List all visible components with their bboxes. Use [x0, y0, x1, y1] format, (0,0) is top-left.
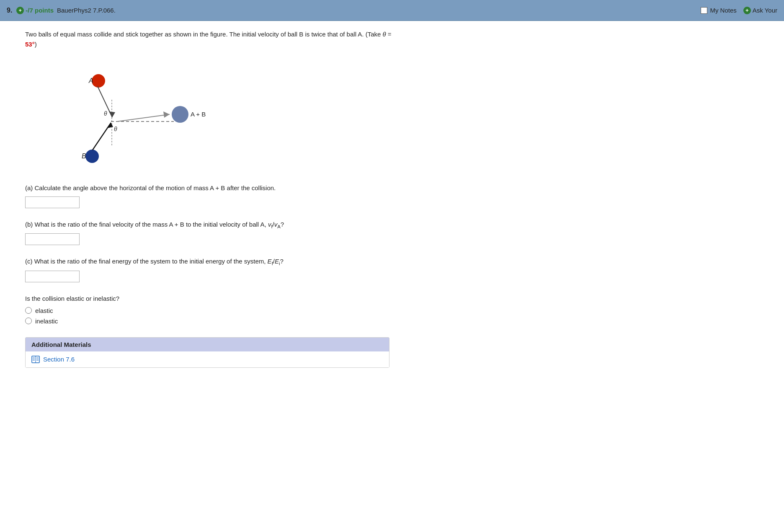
physics-diagram: A B A + B θ θ	[50, 58, 209, 175]
svg-marker-12	[163, 111, 170, 118]
part-b-input[interactable]	[25, 233, 80, 245]
svg-text:θ: θ	[114, 126, 117, 132]
diagram-container: A B A + B θ θ	[50, 58, 209, 175]
header-right: My Notes + Ask Your	[701, 7, 777, 14]
points-text: -/7 points	[26, 7, 54, 14]
points-plus-icon: +	[16, 7, 24, 14]
notes-checkbox[interactable]	[701, 7, 707, 14]
problem-description: Two balls of equal mass collide and stic…	[25, 29, 402, 49]
elastic-label: elastic	[35, 307, 53, 314]
svg-text:A + B: A + B	[191, 111, 206, 118]
part-a-input[interactable]	[25, 196, 80, 208]
section-7-6-link[interactable]: Section 7.6	[31, 356, 383, 363]
svg-point-0	[92, 74, 105, 88]
inelastic-radio[interactable]	[25, 318, 32, 324]
part-c-label: (c) What is the ratio of the final energ…	[25, 257, 737, 267]
part-b-section: (b) What is the ratio of the final veloc…	[25, 220, 737, 245]
problem-id: BauerPhys2 7.P.066.	[57, 7, 116, 14]
book-icon	[31, 356, 40, 363]
elastic-radio[interactable]	[25, 307, 32, 314]
additional-materials-header: Additional Materials	[26, 338, 389, 351]
svg-text:A: A	[88, 77, 93, 84]
header-bar: 9. + -/7 points BauerPhys2 7.P.066. My N…	[0, 0, 784, 21]
part-b-label: (b) What is the ratio of the final veloc…	[25, 220, 737, 230]
section-link-text: Section 7.6	[43, 356, 75, 363]
theta-value: 53°	[25, 41, 35, 48]
ask-your-label: Ask Your	[753, 7, 777, 14]
part-c-input[interactable]	[25, 271, 80, 282]
book-svg	[31, 356, 40, 363]
additional-materials-body: Section 7.6	[26, 351, 389, 367]
my-notes-button[interactable]: My Notes	[701, 7, 736, 14]
additional-materials: Additional Materials Section 7.6	[25, 337, 389, 368]
question-number: 9.	[7, 7, 12, 14]
svg-point-4	[172, 106, 188, 123]
elastic-radio-group: elastic inelastic	[25, 307, 737, 325]
elastic-option-item[interactable]: elastic	[25, 307, 737, 314]
svg-point-2	[85, 150, 99, 163]
elastic-section: Is the collision elastic or inelastic? e…	[25, 294, 737, 325]
part-c-section: (c) What is the ratio of the final energ…	[25, 257, 737, 282]
main-content: Two balls of equal mass collide and stic…	[0, 21, 754, 385]
my-notes-label: My Notes	[710, 7, 736, 14]
ask-your-button[interactable]: + Ask Your	[743, 7, 777, 14]
inelastic-option-item[interactable]: inelastic	[25, 318, 737, 325]
ask-plus-icon: +	[743, 7, 751, 14]
inelastic-label: inelastic	[35, 318, 58, 325]
elastic-question: Is the collision elastic or inelastic?	[25, 294, 737, 304]
part-a-label: (a) Calculate the angle above the horizo…	[25, 183, 737, 193]
svg-line-11	[117, 114, 170, 121]
part-a-section: (a) Calculate the angle above the horizo…	[25, 183, 737, 208]
svg-text:B: B	[82, 152, 86, 160]
svg-text:θ: θ	[104, 110, 107, 117]
